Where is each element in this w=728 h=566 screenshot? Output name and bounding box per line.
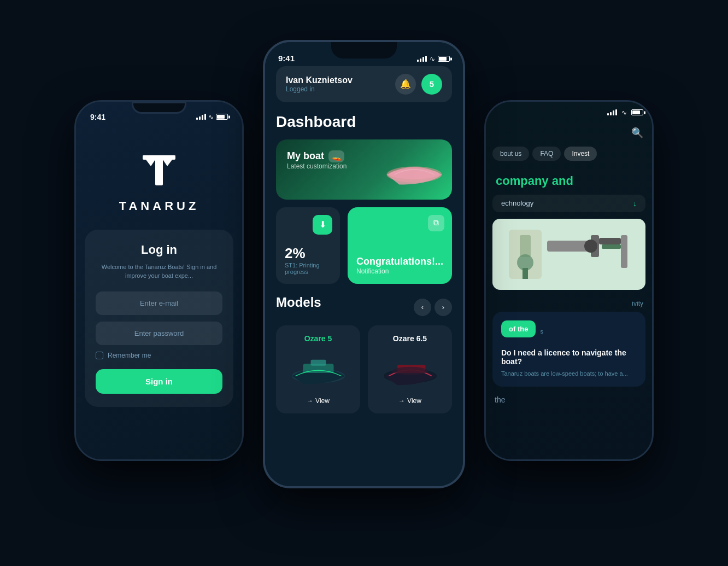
brand-name: TANARUZ — [119, 199, 199, 213]
bottom-the-text: the — [486, 393, 652, 406]
ozare65-boat-svg — [379, 349, 442, 388]
remember-checkbox[interactable] — [96, 352, 103, 359]
model-card-ozare65[interactable]: Ozare 6.5 → View — [368, 325, 452, 413]
email-field[interactable]: Enter e-mail — [96, 291, 222, 315]
ozare5-boat-svg — [287, 349, 350, 388]
company-highlight: company — [496, 174, 549, 188]
svg-rect-20 — [621, 235, 627, 268]
svg-point-11 — [392, 367, 427, 375]
left-phone: 9:41 ∿ TANARUZ Log — [74, 100, 244, 461]
battery-icon — [216, 114, 228, 120]
center-signal-icon — [417, 56, 427, 62]
robot-arm-image — [492, 219, 645, 290]
model-name-ozare5: Ozare 5 — [304, 334, 332, 343]
boat-3d-render — [384, 150, 444, 189]
right-search-row: 🔍 — [486, 124, 652, 142]
svg-rect-1 — [155, 155, 163, 185]
faq-card: of the s Do I need a licence to navigate… — [492, 312, 645, 387]
nav-faq[interactable]: FAQ — [532, 147, 561, 161]
logo-area: TANARUZ — [119, 150, 199, 213]
right-hero-text: company and — [486, 165, 652, 195]
remember-label: Remember me — [108, 352, 151, 359]
svg-rect-18 — [599, 238, 621, 244]
notification-badge[interactable]: 5 — [421, 74, 442, 95]
center-status-icons: ∿ — [417, 55, 450, 63]
user-info: Ivan Kuznietsov Logged in — [286, 75, 353, 93]
ozare65-image — [377, 348, 443, 389]
expand-arrow-icon: ↓ — [633, 199, 637, 208]
progress-percent: 2% — [285, 245, 331, 262]
model-name-ozare65: Ozare 6.5 — [393, 334, 427, 343]
login-title: Log in — [96, 243, 222, 257]
activity-label: ivity — [486, 297, 652, 312]
boat-badge-icon: 🚤 — [328, 150, 344, 162]
ozare5-image — [285, 348, 351, 389]
nav-about[interactable]: bout us — [492, 147, 529, 161]
technology-expand[interactable]: echnology ↓ — [492, 195, 645, 212]
svg-rect-22 — [522, 268, 528, 279]
middle-row: ⬇ 2% ST1: Printing progress ⧉ Congratula… — [276, 207, 452, 284]
svg-rect-8 — [310, 360, 326, 366]
faq-answer: Tanaruz boats are low-speed boats; to ha… — [501, 369, 637, 378]
nav-arrows: ‹ › — [414, 299, 452, 316]
prev-arrow[interactable]: ‹ — [414, 299, 431, 316]
signin-button[interactable]: Sign in — [96, 369, 222, 394]
user-status: Logged in — [286, 85, 353, 93]
progress-card: ⬇ 2% ST1: Printing progress — [276, 207, 340, 284]
svg-rect-14 — [520, 235, 531, 257]
my-boat-card[interactable]: My boat 🚤 Latest customization — [276, 139, 452, 200]
right-signal-icon — [607, 109, 617, 115]
center-phone: 9:41 ∿ Ivan Kuznietsov Logged in — [263, 40, 465, 488]
right-nav: bout us FAQ Invest — [486, 142, 652, 165]
center-notch — [331, 42, 397, 59]
user-header: Ivan Kuznietsov Logged in 🔔 5 — [276, 66, 452, 102]
svg-point-17 — [584, 240, 597, 253]
models-title: Models — [276, 295, 321, 310]
center-battery-icon — [438, 56, 450, 62]
left-time: 9:41 — [90, 113, 105, 121]
left-status-icons: ∿ — [196, 113, 228, 121]
right-battery-icon — [631, 109, 643, 115]
copy-icon[interactable]: ⧉ — [428, 215, 444, 231]
models-header: Models ‹ › — [276, 295, 452, 318]
svg-rect-19 — [602, 244, 621, 249]
signal-icon — [196, 114, 206, 120]
right-wifi-icon: ∿ — [621, 109, 627, 116]
left-status-bar: 9:41 ∿ — [85, 113, 233, 121]
login-box: Log in Welcome to the Tanaruz Boats! Sig… — [85, 230, 233, 407]
right-phone: ∿ 🔍 bout us FAQ Invest company and echno… — [484, 100, 654, 461]
congrats-subtitle: Notification — [356, 267, 443, 275]
model-card-ozare5[interactable]: Ozare 5 → View — [276, 325, 360, 413]
congrats-card[interactable]: ⧉ Congratulations!... Notification — [348, 207, 452, 284]
faq-s-label: s — [540, 328, 543, 335]
models-row: Ozare 5 → View — [276, 325, 452, 413]
hero-line1: company and — [496, 174, 642, 188]
bell-button[interactable]: 🔔 — [395, 74, 416, 95]
download-icon[interactable]: ⬇ — [313, 215, 332, 235]
next-arrow[interactable]: › — [435, 299, 452, 316]
tanaruz-logo — [137, 150, 181, 194]
faq-question: Do I need a licence to navigate the boat… — [501, 348, 637, 366]
center-wifi-icon: ∿ — [430, 55, 435, 63]
congrats-title: Congratulations!... — [356, 256, 443, 267]
user-name: Ivan Kuznietsov — [286, 75, 353, 85]
ozare65-view-btn[interactable]: → View — [398, 397, 421, 405]
faq-badge: of the — [501, 320, 536, 337]
technology-label: echnology — [501, 199, 533, 207]
ozare5-view-btn[interactable]: → View — [307, 397, 330, 405]
left-notch — [132, 102, 186, 114]
robot-arm-svg — [492, 219, 645, 290]
progress-label: ST1: Printing progress — [285, 262, 331, 275]
right-status-bar: ∿ — [486, 102, 652, 124]
search-icon[interactable]: 🔍 — [631, 127, 643, 139]
center-content: Ivan Kuznietsov Logged in 🔔 5 Dashboard … — [265, 66, 463, 486]
wifi-icon: ∿ — [208, 113, 214, 121]
login-subtitle: Welcome to the Tanaruz Boats! Sign in an… — [96, 262, 222, 281]
nav-invest[interactable]: Invest — [564, 147, 597, 161]
scene: 9:41 ∿ TANARUZ Log — [63, 24, 665, 543]
password-field[interactable]: Enter password — [96, 322, 222, 345]
remember-row: Remember me — [96, 352, 222, 359]
svg-point-5 — [389, 169, 439, 179]
dashboard-title: Dashboard — [276, 113, 452, 131]
user-actions: 🔔 5 — [395, 74, 442, 95]
